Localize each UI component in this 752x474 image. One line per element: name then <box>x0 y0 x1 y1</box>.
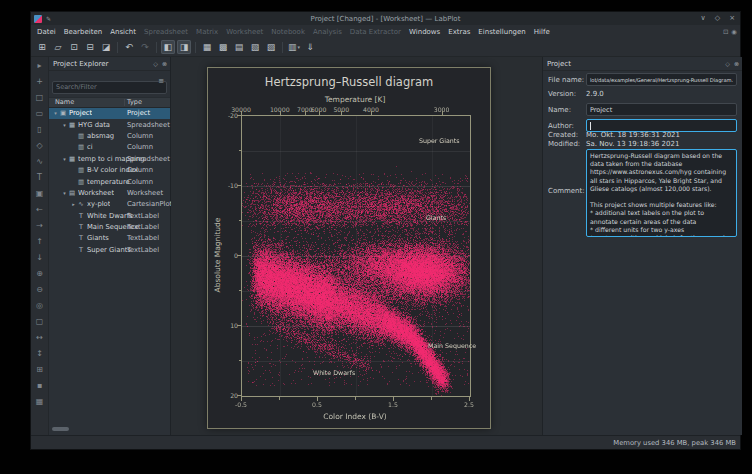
undo-button[interactable]: ↶ <box>122 40 136 54</box>
toggle-project-explorer-button[interactable]: ◧ <box>161 40 175 54</box>
tree-row-ci[interactable]: ▥ciColumn <box>49 142 170 153</box>
collapse-icon[interactable]: ▾ <box>61 190 68 196</box>
x-bottom-minor-tick-mark <box>279 397 280 400</box>
pin-icon[interactable]: ▪ <box>34 381 46 390</box>
plot-text-label-giants[interactable]: Giants <box>426 214 446 221</box>
new-object-dropdown-button[interactable]: ▥▾ <box>287 40 301 54</box>
print-button[interactable]: ⊟ <box>83 40 97 54</box>
menu-analysis[interactable]: Analysis <box>309 28 346 36</box>
filter-options-icon[interactable]: ≡ <box>158 77 164 85</box>
zoom-y-select-icon[interactable]: ▯ <box>34 125 46 134</box>
shift-right-icon[interactable]: → <box>34 221 46 230</box>
zoom-in-icon[interactable]: ⊕ <box>34 269 46 278</box>
menu-spreadsheet[interactable]: Spreadsheet <box>140 28 192 36</box>
menu-bearbeiten[interactable]: Bearbeiten <box>60 28 106 36</box>
plot-area[interactable]: Super GiantsGiantsMain SequenceWhite Dwa… <box>241 115 471 397</box>
tree-column-header[interactable]: Name Type <box>49 97 170 108</box>
minimize-button[interactable]: ∨ <box>701 12 706 25</box>
zoom-x-select-icon[interactable]: ▭ <box>34 109 46 118</box>
tree-row-absmag[interactable]: ▥absmagColumn <box>49 130 170 141</box>
zoom-fit-x-icon[interactable]: ↔ <box>34 333 46 342</box>
close-panel-icon[interactable]: ⊗ <box>162 60 167 67</box>
grid-icon[interactable]: ▦ <box>34 397 46 406</box>
new-matrix-button[interactable]: ▩ <box>216 40 230 54</box>
select-cursor-icon[interactable]: ▸ <box>34 61 46 70</box>
menu-ansicht[interactable]: Ansicht <box>106 28 140 36</box>
export-worksheet-icon[interactable]: ⊞ <box>34 365 46 374</box>
project-name-field[interactable] <box>586 103 737 116</box>
float-panel-icon[interactable]: ◇ <box>725 60 730 67</box>
new-project-button[interactable]: ⊞ <box>35 40 49 54</box>
shift-up-icon[interactable]: ↑ <box>34 237 46 246</box>
menu-hilfe[interactable]: Hilfe <box>530 28 554 36</box>
worksheet-view[interactable]: Hertzsprung–Russell diagram Temperature … <box>171 57 542 435</box>
horizontal-scrollbar[interactable] <box>52 427 69 431</box>
add-text-icon[interactable]: T <box>34 173 46 182</box>
open-project-button[interactable]: ▱ <box>51 40 65 54</box>
zoom-origin-icon[interactable]: ◎ <box>34 301 46 310</box>
search-input[interactable] <box>52 81 167 94</box>
tree-row-hyg-data[interactable]: ▾▦HYG dataSpreadsheet <box>49 119 170 130</box>
zoom-fit-y-icon[interactable]: ↕ <box>34 349 46 358</box>
collapse-icon[interactable]: ▾ <box>52 110 59 116</box>
new-worksheet-button[interactable]: ▤ <box>232 40 246 54</box>
tree-row-worksheet[interactable]: ▾▤WorksheetWorksheet <box>49 187 170 198</box>
close-button[interactable]: × <box>729 12 735 25</box>
pan-icon[interactable]: ◇ <box>34 141 46 150</box>
maximize-button[interactable]: ◇ <box>715 12 720 25</box>
shift-down-icon[interactable]: ↓ <box>34 253 46 262</box>
save-project-button[interactable]: ⊡ <box>67 40 81 54</box>
help-menu-icon[interactable]: ◉ <box>731 28 737 36</box>
add-curve-icon[interactable]: ∿ <box>34 157 46 166</box>
project-explorer-header[interactable]: Project Explorer ◇ ⊗ <box>49 57 170 71</box>
worksheet-page[interactable]: Hertzsprung–Russell diagram Temperature … <box>207 67 491 429</box>
file-name-field[interactable] <box>586 73 737 86</box>
menu-worksheet[interactable]: Worksheet <box>222 28 267 36</box>
tree-row-main-sequence[interactable]: TMain SequenceTextLabel <box>49 221 170 232</box>
menu-extras[interactable]: Extras <box>444 28 474 36</box>
close-panel-icon[interactable]: ⊗ <box>734 60 739 67</box>
tree-row-giants[interactable]: TGiantsTextLabel <box>49 233 170 244</box>
plot-text-label-white-dwarfs[interactable]: White Dwarfs <box>313 369 355 376</box>
menu-einstellungen[interactable]: Einstellungen <box>474 28 529 36</box>
print-preview-button[interactable]: ◪ <box>99 40 113 54</box>
x-bottom-tick-mark <box>393 397 394 401</box>
desktop: ✎ Project [Changed] - [Worksheet] — LabP… <box>0 0 752 474</box>
menu-notebook[interactable]: Notebook <box>267 28 309 36</box>
float-panel-icon[interactable]: ◇ <box>153 60 158 67</box>
hr-scatter-canvas[interactable] <box>242 116 470 396</box>
plot-text-label-super-giants[interactable]: Super Giants <box>419 137 460 144</box>
tree-row-white-dwarfs[interactable]: TWhite DwarfsTextLabel <box>49 210 170 221</box>
plot-text-label-main-sequence[interactable]: Main Sequence <box>428 342 476 349</box>
tree-row-project[interactable]: ▾▣ProjectProject <box>49 108 170 119</box>
collapse-icon[interactable]: ▾ <box>61 122 68 128</box>
toolbar-overflow-icon[interactable]: ⊡ <box>723 28 728 36</box>
shift-left-icon[interactable]: ← <box>34 205 46 214</box>
collapse-icon[interactable]: ▾ <box>61 156 68 162</box>
tree-row-xy-plot[interactable]: ▸∿xy-plotCartesianPlot <box>49 199 170 210</box>
tree-row-b-v-color-index[interactable]: ▥B-V color indexColumn <box>49 164 170 175</box>
toggle-properties-explorer-button[interactable]: ◨ <box>177 40 191 54</box>
tree-row-temperature[interactable]: ▥temperatureColumn <box>49 176 170 187</box>
zoom-out-icon[interactable]: ⊖ <box>34 285 46 294</box>
zoom-select-icon[interactable]: □ <box>34 93 46 102</box>
crosshair-icon[interactable]: + <box>34 77 46 86</box>
new-spreadsheet-button[interactable]: ▦ <box>200 40 214 54</box>
menu-windows[interactable]: Windows <box>405 28 444 36</box>
zoom-fit-icon[interactable]: ▢ <box>34 317 46 326</box>
new-notebook-button[interactable]: ▧ <box>248 40 262 54</box>
version-value: 2.9.0 <box>586 90 604 98</box>
tree-row-super-giants[interactable]: TSuper GiantsTextLabel <box>49 244 170 255</box>
redo-button[interactable]: ↷ <box>138 40 152 54</box>
menu-matrix[interactable]: Matrix <box>192 28 222 36</box>
expand-icon[interactable]: ▸ <box>70 201 77 207</box>
menu-data-extractor[interactable]: Data Extractor <box>346 28 405 36</box>
properties-header[interactable]: Project ◇ ⊗ <box>543 57 742 71</box>
tree-row-temp-to-ci-mapping[interactable]: ▾▦temp to ci mappingSpreadsheet <box>49 153 170 164</box>
new-datapicker-button[interactable]: ▨ <box>264 40 278 54</box>
comment-field[interactable]: Hertzsprung-Russell diagram based on the… <box>586 149 737 237</box>
import-file-button[interactable]: ⇓ <box>303 40 317 54</box>
titlebar[interactable]: ✎ Project [Changed] - [Worksheet] — LabP… <box>31 12 740 25</box>
add-image-icon[interactable]: ▣ <box>34 189 46 198</box>
menu-datei[interactable]: Datei <box>33 28 60 36</box>
